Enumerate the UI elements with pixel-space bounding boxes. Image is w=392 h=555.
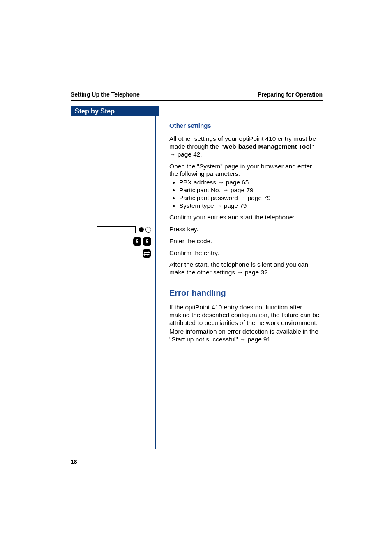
step-press-key: Press key. — [169, 226, 321, 233]
page-number: 18 — [71, 458, 77, 465]
led-off-icon — [145, 227, 151, 233]
hash-key-icon — [142, 249, 151, 258]
page-ref-link[interactable]: → page 65 — [218, 179, 249, 186]
led-on-icon — [139, 227, 144, 232]
svg-line-2 — [148, 251, 148, 256]
text-fragment: Participant password — [179, 194, 240, 201]
icon-row-display-key — [0, 226, 155, 233]
svg-line-1 — [145, 251, 145, 256]
icon-row-keypad-99: 9 9 — [0, 237, 155, 246]
text-fragment: System type — [179, 202, 216, 209]
header-right: Preparing for Operation — [258, 91, 323, 98]
step-confirm-entry: Confirm the entry. — [169, 249, 321, 257]
list-item: Participant No. → page 79 — [179, 187, 321, 194]
heading-error-handling: Error handling — [169, 288, 321, 298]
paragraph-error-1: If the optiPoint 410 entry does not func… — [169, 304, 321, 327]
list-item: Participant password → page 79 — [179, 194, 321, 202]
paragraph-open-system: Open the "System" page in your browser a… — [169, 163, 321, 178]
heading-other-settings: Other settings — [169, 122, 321, 129]
page-ref-link[interactable]: → page 32 — [237, 269, 267, 276]
paragraph-error-2: More information on error detection is a… — [169, 328, 321, 343]
text-bold: Web-based Management Tool — [223, 143, 311, 150]
paragraph-after-start: After the start, the telephone is silent… — [169, 261, 321, 276]
step-by-step-bar: Step by Step — [71, 106, 159, 116]
text-fragment: . — [200, 151, 202, 158]
step-enter-code: Enter the code. — [169, 237, 321, 245]
keypad-key-icon: 9 — [133, 237, 141, 246]
step-by-step-label: Step by Step — [75, 107, 115, 115]
header-left: Setting Up the Telephone — [71, 91, 140, 98]
text-fragment: PBX address — [179, 179, 218, 186]
text-fragment: . — [268, 269, 270, 276]
paragraph-confirm: Confirm your entries and start the telep… — [169, 214, 321, 221]
text-fragment: " — [311, 143, 314, 150]
text-fragment: Participant No. — [179, 187, 222, 193]
page-ref-link[interactable]: → page 79 — [240, 194, 270, 201]
page-ref-link[interactable]: → page 91 — [240, 336, 270, 343]
sidebar-divider — [155, 116, 156, 449]
list-item: PBX address → page 65 — [179, 179, 321, 187]
list-item: System type → page 79 — [179, 202, 321, 210]
page-ref-link[interactable]: → page 79 — [222, 187, 253, 193]
page-ref-link[interactable]: → page 42 — [169, 151, 200, 158]
icon-row-hash-key — [0, 249, 155, 258]
parameter-list: PBX address → page 65Participant No. → p… — [169, 179, 321, 210]
keypad-key-icon: 9 — [143, 237, 151, 246]
display-box-icon — [97, 226, 136, 233]
svg-rect-0 — [143, 249, 151, 258]
text-fragment: . — [270, 336, 272, 343]
header-rule — [71, 100, 323, 101]
page-ref-link[interactable]: → page 79 — [216, 202, 247, 209]
paragraph-intro: All other settings of your optiPoint 410… — [169, 135, 321, 158]
